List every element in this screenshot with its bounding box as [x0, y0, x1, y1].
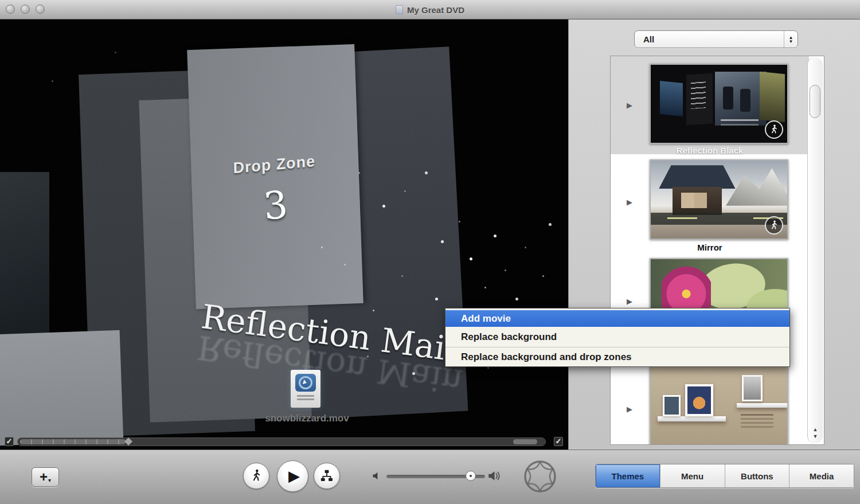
motion-scrubber: ✓ ✓	[0, 436, 568, 450]
motion-badge-icon	[765, 120, 783, 139]
dvd-map-button[interactable]	[314, 463, 340, 489]
theme-row-shelves[interactable]: ▶	[611, 354, 809, 445]
plus-icon: +	[40, 470, 48, 484]
drop-zone-3-panel[interactable]: Drop Zone 3	[187, 44, 363, 309]
volume-slider-thumb[interactable]	[466, 471, 476, 481]
motion-button[interactable]	[243, 463, 269, 489]
title-bar[interactable]: My Great DVD	[0, 0, 860, 19]
background-panel-low	[0, 330, 123, 446]
disclosure-triangle-icon[interactable]: ▶	[627, 101, 632, 110]
movie-filename: snowblizzard.mov	[251, 413, 363, 424]
theme-filter-dropdown[interactable]: All ▲▼	[634, 30, 798, 48]
disclosure-triangle-icon[interactable]: ▶	[627, 198, 632, 206]
theme-list: ▶ Reflection Black ▶ Mirror ▶	[610, 56, 824, 445]
tab-media[interactable]: Media	[789, 464, 854, 487]
idvd-window: My Great DVD Drop Zone 2 Drop Zone 3 Ref…	[0, 0, 860, 504]
theme-name: Mirror	[611, 243, 809, 252]
disclosure-triangle-icon[interactable]: ▶	[627, 297, 632, 306]
window-title: My Great DVD	[407, 5, 464, 15]
scroll-down-arrow-icon[interactable]: ▼	[808, 433, 823, 440]
volume-max-speaker-icon	[487, 468, 502, 483]
theme-row-mirror[interactable]: ▶ Mirror	[611, 154, 809, 256]
motion-badge-icon	[765, 216, 783, 235]
menu-item-replace-background[interactable]: Replace background	[445, 327, 789, 347]
theme-thumbnail-reflection-black[interactable]	[650, 64, 788, 144]
dropdown-stepper-icon[interactable]: ▲▼	[784, 31, 798, 48]
theme-filter-value: All	[635, 34, 784, 44]
scrubber-end-segment	[513, 439, 537, 444]
scrubber-filmstrip-segment	[20, 439, 126, 444]
tab-themes[interactable]: Themes	[596, 464, 660, 487]
snow-particles	[0, 19, 2, 21]
context-menu: Add movie Replace background Replace bac…	[445, 308, 790, 367]
scrubber-playhead[interactable]	[124, 437, 132, 446]
menu-item-add-movie[interactable]: Add movie	[445, 310, 789, 327]
scrubber-left-checkbox[interactable]: ✓	[5, 437, 14, 446]
chevron-down-icon: ▾	[48, 477, 51, 483]
disclosure-triangle-icon[interactable]: ▶	[627, 405, 632, 413]
document-proxy-icon	[396, 5, 403, 14]
drop-zone-3-number: 3	[202, 177, 349, 233]
theme-list-scrollbar[interactable]: ▲ ▼	[807, 57, 823, 443]
theme-row-reflection-black[interactable]: ▶ Reflection Black	[611, 56, 809, 154]
add-menu-button[interactable]: + ▾	[32, 467, 59, 487]
themes-pane: All ▲▼ ▶ Reflection Black ▶ Mirror	[568, 19, 860, 450]
preview-play-button[interactable]: ▶	[277, 460, 308, 492]
scrollbar-thumb[interactable]	[810, 85, 820, 118]
map-icon	[319, 468, 334, 483]
menu-item-replace-background-drop-zones[interactable]: Replace background and drop zones	[445, 347, 789, 366]
theme-thumbnail-mirror[interactable]	[650, 159, 788, 240]
scrubber-track[interactable]	[17, 437, 546, 446]
tab-menu[interactable]: Menu	[660, 464, 725, 487]
volume-min-speaker-icon	[372, 470, 383, 482]
theme-thumbnail-shelves[interactable]	[650, 366, 788, 445]
scroll-up-arrow-icon[interactable]: ▲	[808, 426, 823, 433]
scrubber-right-checkbox[interactable]: ✓	[554, 437, 563, 446]
burn-button[interactable]	[521, 457, 560, 496]
quicktime-icon-text-lines	[297, 395, 314, 397]
dvd-preview-canvas[interactable]: Drop Zone 2 Drop Zone 3 Reflection Main …	[0, 19, 568, 450]
walk-icon	[249, 468, 264, 483]
pane-tabs: Themes Menu Buttons Media	[595, 464, 854, 488]
tab-buttons[interactable]: Buttons	[725, 464, 790, 487]
quicktime-logo-icon	[295, 374, 316, 392]
quicktime-movie-icon[interactable]	[291, 370, 320, 408]
drop-zone-3-label: Drop Zone	[202, 150, 346, 180]
